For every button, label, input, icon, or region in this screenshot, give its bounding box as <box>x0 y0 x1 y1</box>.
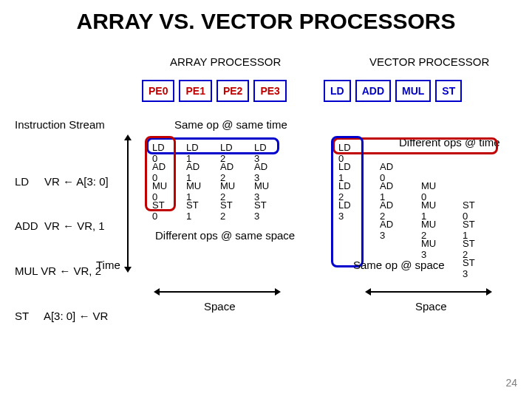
pe-box: MUL <box>395 80 431 102</box>
grid-cell: ST 0 <box>152 200 164 222</box>
code-line: LD VR ← A[3: 0] <box>15 174 109 189</box>
code-line: MUL VR ← VR, 2 <box>15 264 109 279</box>
space-label-vector: Space <box>415 300 447 313</box>
instruction-stream-label: Instruction Stream <box>15 118 105 131</box>
pe-box: PE1 <box>179 80 211 102</box>
pe-box: ADD <box>355 80 391 102</box>
time-axis-label: Time <box>96 259 120 271</box>
array-header: ARRAY PROCESSOR <box>170 55 281 68</box>
pe-box: LD <box>324 80 351 102</box>
grid-cell: MU 3 <box>421 238 436 260</box>
grid-cell: ST 3 <box>463 257 474 279</box>
code-line: ADD VR ← VR, 1 <box>15 219 109 233</box>
pe-box: PE0 <box>142 80 174 102</box>
vector-pe-row: LD ADD MUL ST <box>324 80 462 102</box>
space-axis-vector <box>369 291 488 293</box>
space-label-array: Space <box>204 300 236 313</box>
slide-title: ARRAY VS. VECTOR PROCESSORS <box>0 0 532 34</box>
pe-box: ST <box>435 80 462 102</box>
grid-cell: ST 2 <box>220 200 232 222</box>
vector-header: VECTOR PROCESSOR <box>369 55 489 68</box>
grid-cell: AD 3 <box>380 219 393 241</box>
slide-number: 24 <box>505 377 517 389</box>
same-op-space-label: Same op @ space <box>353 259 445 271</box>
time-axis <box>127 139 129 268</box>
diff-ops-space-label: Different ops @ same space <box>155 229 295 242</box>
instruction-code: LD VR ← A[3: 0] ADD VR ← VR, 1 MUL VR ← … <box>15 144 109 338</box>
grid-cell: ST 3 <box>254 200 266 222</box>
space-axis-array <box>158 291 276 293</box>
code-line: ST A[3: 0] ← VR <box>15 309 109 324</box>
grid-cell: ST 1 <box>186 200 198 222</box>
pe-box: PE3 <box>253 80 286 102</box>
array-pe-row: PE0 PE1 PE2 PE3 <box>142 80 287 102</box>
grid-cell: LD 3 <box>338 200 351 222</box>
pe-box: PE2 <box>216 80 249 102</box>
same-op-time-label: Same op @ same time <box>174 118 287 131</box>
